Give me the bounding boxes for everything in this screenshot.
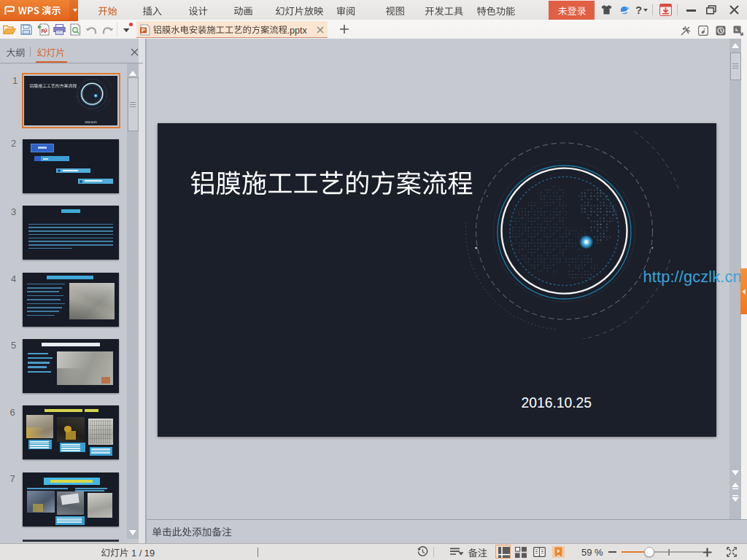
svg-text:P: P — [142, 27, 145, 34]
svg-text:2016.10.25: 2016.10.25 — [85, 121, 96, 124]
svg-text:2016.10.25: 2016.10.25 — [522, 395, 592, 411]
